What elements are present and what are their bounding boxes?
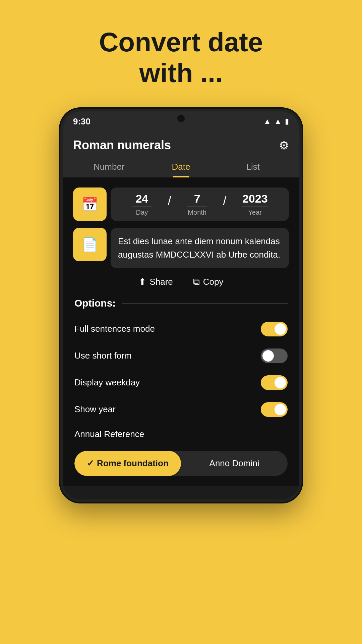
option-short-form: Use short form xyxy=(73,342,289,369)
hero-title: Convert datewith ... xyxy=(99,27,263,89)
month-value: 7 xyxy=(187,192,207,207)
year-value: 2023 xyxy=(242,192,268,207)
date-input-row: 📅 24 Day / 7 Month / 2023 Year xyxy=(73,187,289,221)
toggle-knob-3 xyxy=(275,377,286,388)
phone-shell: 9:30 ▲ ▲ ▮ Roman numerals ⚙ Number Date … xyxy=(60,109,302,502)
separator-2: / xyxy=(223,194,227,215)
status-icons: ▲ ▲ ▮ xyxy=(263,117,289,126)
options-divider xyxy=(122,303,288,304)
short-form-toggle[interactable] xyxy=(261,348,288,363)
result-text: Est dies lunae ante diem nonum kalendas … xyxy=(118,236,280,260)
short-form-label: Use short form xyxy=(74,351,132,361)
status-bar: 9:30 ▲ ▲ ▮ xyxy=(63,111,299,131)
month-label: Month xyxy=(188,209,206,216)
document-icon: 📄 xyxy=(81,237,98,253)
annual-reference-pills: ✓Rome foundation Anno Domini xyxy=(74,451,288,476)
status-time: 9:30 xyxy=(73,116,90,127)
full-sentences-toggle[interactable] xyxy=(261,322,288,336)
pill-anno-domini[interactable]: Anno Domini xyxy=(181,451,288,476)
day-label: Day xyxy=(136,209,148,216)
option-full-sentences: Full sentences mode xyxy=(73,316,289,342)
pill-rome-foundation[interactable]: ✓Rome foundation xyxy=(74,451,181,476)
result-row: 📄 Est dies lunae ante diem nonum kalenda… xyxy=(73,228,289,268)
settings-icon[interactable]: ⚙ xyxy=(279,139,289,152)
options-label: Options: xyxy=(74,298,116,309)
tab-number[interactable]: Number xyxy=(73,158,145,177)
app-content: 📅 24 Day / 7 Month / 2023 Year xyxy=(63,177,299,486)
display-weekday-toggle[interactable] xyxy=(261,375,288,390)
wifi-icon: ▲ xyxy=(263,117,271,126)
year-label: Year xyxy=(248,209,262,216)
result-text-box: Est dies lunae ante diem nonum kalendas … xyxy=(111,228,289,268)
share-icon: ⬆ xyxy=(138,276,146,287)
day-field[interactable]: 24 Day xyxy=(132,192,152,216)
share-button[interactable]: ⬆ Share xyxy=(138,276,173,287)
rome-foundation-label: Rome foundation xyxy=(97,458,169,468)
full-sentences-label: Full sentences mode xyxy=(74,324,155,334)
battery-icon: ▮ xyxy=(285,117,289,126)
annual-reference-label: Annual Reference xyxy=(74,429,144,439)
signal-icon: ▲ xyxy=(274,117,282,126)
copy-icon: ⧉ xyxy=(193,276,200,287)
day-value: 24 xyxy=(132,192,152,207)
toggle-knob-4 xyxy=(275,404,286,415)
tabs-bar: Number Date List xyxy=(63,152,299,177)
result-icon-button[interactable]: 📄 xyxy=(73,228,107,261)
separator-1: / xyxy=(168,194,171,215)
option-annual-reference: Annual Reference xyxy=(73,423,289,445)
date-fields-box: 24 Day / 7 Month / 2023 Year xyxy=(111,187,289,221)
calendar-button[interactable]: 📅 xyxy=(73,187,107,221)
tab-list[interactable]: List xyxy=(217,158,289,177)
toggle-knob xyxy=(275,323,286,335)
year-field[interactable]: 2023 Year xyxy=(242,192,268,216)
option-display-weekday: Display weekday xyxy=(73,369,289,396)
calendar-icon: 📅 xyxy=(81,197,98,212)
anno-domini-label: Anno Domini xyxy=(209,458,259,468)
display-weekday-label: Display weekday xyxy=(74,377,140,388)
show-year-toggle[interactable] xyxy=(261,402,288,417)
toggle-knob-2 xyxy=(262,350,274,362)
checkmark-icon: ✓ xyxy=(87,458,94,468)
month-field[interactable]: 7 Month xyxy=(187,192,207,216)
action-row: ⬆ Share ⧉ Copy xyxy=(73,276,289,287)
tab-date[interactable]: Date xyxy=(145,158,217,177)
copy-button[interactable]: ⧉ Copy xyxy=(193,276,224,287)
app-header: Roman numerals ⚙ xyxy=(63,131,299,152)
share-label: Share xyxy=(149,277,173,287)
app-title: Roman numerals xyxy=(73,138,171,152)
copy-label: Copy xyxy=(203,277,224,287)
options-header: Options: xyxy=(73,298,289,309)
show-year-label: Show year xyxy=(74,404,116,415)
option-show-year: Show year xyxy=(73,396,289,423)
